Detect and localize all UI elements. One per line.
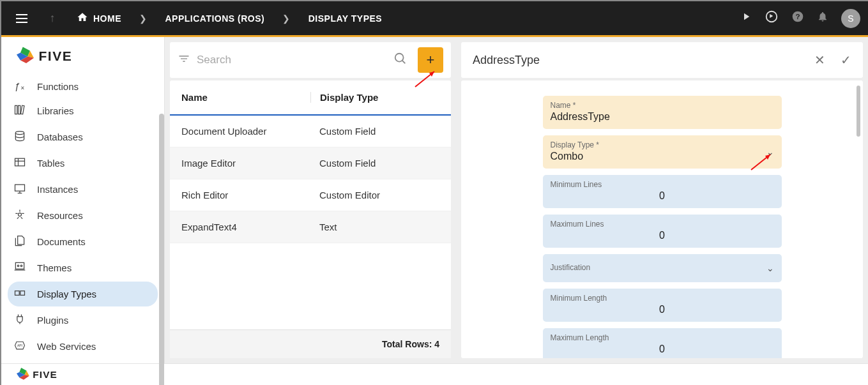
filter-icon[interactable] <box>178 52 190 68</box>
avatar-initial: S <box>848 13 853 24</box>
field-maxlength-value: 0 <box>551 343 774 355</box>
sidebar-item-label: Databases <box>37 132 83 142</box>
field-justification-label: Justification <box>551 259 774 276</box>
svg-rect-15 <box>15 185 25 191</box>
bell-icon[interactable] <box>817 11 828 26</box>
detail-title: AddressType <box>473 54 540 67</box>
play-icon[interactable] <box>740 11 752 26</box>
cell-displaytype: Custom Field <box>310 126 439 137</box>
search-icon[interactable] <box>393 52 407 68</box>
resources-icon <box>13 208 27 223</box>
topbar-right: ? S <box>740 9 860 28</box>
libraries-icon <box>13 103 27 118</box>
breadcrumb-displaytypes[interactable]: DISPLAY TYPES <box>302 13 388 24</box>
field-minlines[interactable]: Minimum Lines 0 <box>543 175 782 208</box>
cell-name: Document Uploader <box>181 126 310 137</box>
col-name-header[interactable]: Name <box>181 92 310 103</box>
search-input[interactable] <box>197 54 387 66</box>
svg-rect-9 <box>19 105 20 114</box>
chevron-right-icon: ❯ <box>133 13 154 24</box>
sidebar-item-tables[interactable]: Tables <box>8 151 158 176</box>
field-maxlines[interactable]: Maximum Lines 0 <box>543 215 782 248</box>
breadcrumb-displaytypes-label: DISPLAY TYPES <box>308 13 382 24</box>
check-icon[interactable]: ✓ <box>841 52 851 68</box>
chevron-right-icon: ❯ <box>276 13 297 24</box>
field-maxlines-label: Maximum Lines <box>551 220 774 229</box>
svg-text:FIVE: FIVE <box>39 49 73 63</box>
help-icon[interactable]: ? <box>791 10 804 26</box>
svg-point-21 <box>20 265 22 267</box>
field-minlength[interactable]: Minimum Length 0 <box>543 289 782 322</box>
cell-displaytype: Custom Editor <box>310 190 439 200</box>
workarea: FIVE ƒₓFunctions Libraries Databases Tab… <box>1 37 868 363</box>
svg-point-11 <box>15 132 24 135</box>
sidebar-item-label: Documents <box>37 236 86 247</box>
field-minlines-value: 0 <box>551 190 774 202</box>
close-icon[interactable]: ✕ <box>814 52 825 68</box>
webservices-icon: API <box>13 339 27 354</box>
sidebar-item-label: Resources <box>37 210 83 221</box>
table-row[interactable]: Image EditorCustom Field <box>170 147 451 179</box>
table-row[interactable]: Document UploaderCustom Field <box>170 116 451 147</box>
breadcrumb-home[interactable]: HOME <box>70 11 128 26</box>
breadcrumb-applications-label: APPLICATIONS (ROS) <box>165 13 265 24</box>
menu-button[interactable] <box>9 6 34 31</box>
sidebar-item-webservices[interactable]: APIWeb Services <box>8 334 158 359</box>
sidebar-item-label: Themes <box>37 262 72 273</box>
tables-icon <box>13 156 27 170</box>
field-minlength-label: Minimum Length <box>551 294 774 303</box>
up-button[interactable]: ↑ <box>40 6 65 31</box>
field-maxlines-value: 0 <box>551 230 774 241</box>
sidebar-item-label: Tables <box>37 158 65 169</box>
sidebar-item-resources[interactable]: Resources <box>8 203 158 228</box>
sidebar-item-plugins[interactable]: Plugins <box>8 308 158 333</box>
sidebar-item-displaytypes[interactable]: Display Types <box>8 282 158 306</box>
field-maxlength[interactable]: Maximum Length 0 <box>543 328 782 358</box>
topbar: ↑ HOME ❯ APPLICATIONS (ROS) ❯ DISPLAY TY… <box>1 1 868 37</box>
sidebar-item-label: Libraries <box>37 105 74 116</box>
home-icon <box>77 11 88 26</box>
sidebar-item-databases[interactable]: Databases <box>8 125 158 149</box>
scrollbar-thumb[interactable] <box>159 114 164 385</box>
sidebar-item-roles[interactable]: Roles <box>8 360 158 363</box>
table-header: Name Display Type <box>170 80 451 116</box>
deploy-icon[interactable] <box>765 10 779 27</box>
svg-rect-19 <box>15 262 24 269</box>
sidebar-item-functions[interactable]: ƒₓFunctions <box>8 75 158 97</box>
table-row[interactable]: Rich EditorCustom Editor <box>170 179 451 211</box>
plugins-icon <box>13 313 27 328</box>
sidebar-item-documents[interactable]: Documents <box>8 229 158 254</box>
breadcrumb-applications[interactable]: APPLICATIONS (ROS) <box>159 13 271 24</box>
cell-name: ExpandText4 <box>181 222 310 232</box>
up-arrow-icon: ↑ <box>50 11 56 25</box>
field-name-label: Name * <box>551 101 774 110</box>
avatar[interactable]: S <box>841 9 860 28</box>
table-footer: Total Rows: 4 <box>170 329 451 358</box>
col-displaytype-header[interactable]: Display Type <box>310 92 439 103</box>
list-panel: + Name Display Type Document UploaderCus… <box>165 37 456 363</box>
sidebar-item-label: Plugins <box>37 315 68 326</box>
sidebar-item-themes[interactable]: Themes <box>8 255 158 280</box>
sidebar-item-libraries[interactable]: Libraries <box>8 98 158 123</box>
plus-icon: + <box>427 52 435 68</box>
sidebar-item-instances[interactable]: Instances <box>8 177 158 202</box>
field-name[interactable]: Name * AddressType <box>543 96 782 129</box>
sidebar-item-label: Functions <box>37 81 79 92</box>
sidebar-item-label: Display Types <box>37 289 96 299</box>
svg-line-30 <box>402 61 406 64</box>
svg-rect-23 <box>20 291 25 296</box>
table-row[interactable]: ExpandText4Text <box>170 211 451 243</box>
detail-body[interactable]: Name * AddressType Display Type * Combo … <box>461 80 863 358</box>
search-bar: + <box>170 42 451 78</box>
svg-rect-12 <box>15 158 25 166</box>
add-button[interactable]: + <box>418 47 443 73</box>
instances-icon <box>13 182 27 197</box>
field-justification[interactable]: Justification ⌄ <box>543 254 782 282</box>
displaytypes-icon <box>13 287 27 301</box>
detail-actions: ✕ ✓ <box>814 52 851 68</box>
table-body: Document UploaderCustom Field Image Edit… <box>170 116 451 243</box>
field-maxlength-label: Maximum Length <box>551 333 774 342</box>
field-displaytype[interactable]: Display Type * Combo ⌄ <box>543 135 782 169</box>
cell-name: Rich Editor <box>181 190 310 200</box>
nav-list[interactable]: ƒₓFunctions Libraries Databases Tables I… <box>1 74 164 363</box>
